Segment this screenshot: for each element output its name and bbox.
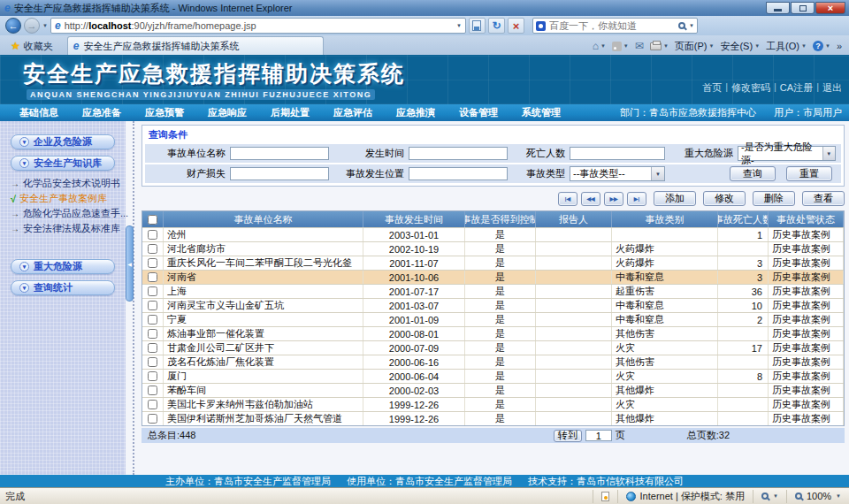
back-button[interactable]: ← xyxy=(5,18,21,34)
table-row[interactable]: 厦门2000-06-04是火灾8历史事故案例 xyxy=(142,369,844,383)
history-dropdown-icon[interactable]: ▼ xyxy=(42,23,48,28)
sidebar-item-chemical-msds[interactable]: → 化学品安全技术说明书 xyxy=(11,176,126,191)
tools-menu[interactable]: 工具(O)▼ xyxy=(766,40,807,53)
row-checkbox[interactable] xyxy=(148,414,157,424)
row-checkbox[interactable] xyxy=(148,400,157,409)
search-input[interactable] xyxy=(549,20,675,31)
feeds-button[interactable]: ▼ xyxy=(612,42,629,51)
sidebar-group-enterprise-hazard[interactable]: ▾ 企业及危险源 xyxy=(11,134,115,149)
row-checkbox[interactable] xyxy=(148,329,157,339)
maximize-button[interactable] xyxy=(791,2,815,14)
modify-button[interactable]: 修改 xyxy=(703,191,746,206)
table-row[interactable]: 沧州2003-01-01是1历史事故案例 xyxy=(142,227,844,241)
table-row[interactable]: 炼油事业部一催化装置2000-08-01是其他伤害历史事故案例 xyxy=(142,326,844,340)
row-checkbox[interactable] xyxy=(148,343,157,353)
safety-menu[interactable]: 安全(S)▼ xyxy=(720,40,760,53)
table-row[interactable]: 河北省廊坊市2002-10-19是火药爆炸历史事故案例 xyxy=(142,241,844,256)
nav-item-basic-info[interactable]: 基础信息 xyxy=(19,106,58,119)
reset-button[interactable]: 重置 xyxy=(786,166,832,181)
row-checkbox[interactable] xyxy=(148,258,157,268)
location-input[interactable] xyxy=(409,167,508,180)
accident-type-select[interactable]: --事故类型-- ▼ xyxy=(570,166,665,181)
nav-item-early-warning[interactable]: 应急预警 xyxy=(145,106,184,119)
close-button[interactable]: × xyxy=(815,2,845,14)
property-loss-input[interactable] xyxy=(230,167,329,180)
minimize-button[interactable] xyxy=(766,2,790,14)
sidebar-group-knowledge-base[interactable]: ▾ 安全生产知识库 xyxy=(11,156,115,171)
refresh-button[interactable]: ↻ xyxy=(488,18,505,34)
compatibility-segment[interactable]: ▼ xyxy=(753,490,786,503)
sidebar-item-emergency-quickref[interactable]: → 危险化学品应急速查手... xyxy=(11,206,126,221)
table-row[interactable]: 甘肃金川公司二矿区井下2000-07-09是火灾17历史事故案例 xyxy=(142,340,844,355)
table-row[interactable]: 重庆长风化一车间二苯甲酮工段二号光化釜2001-11-07是火药爆炸3历史事故案… xyxy=(142,256,844,270)
zoom-segment[interactable]: 100% ▼ xyxy=(786,490,849,503)
table-cell: 中毒和窒息 xyxy=(612,313,718,326)
table-row[interactable]: 美国伊利诺斯州芝加哥炼油厂天然气管道1999-12-26是其他爆炸历史事故案例 xyxy=(142,411,844,425)
sidebar-group-query-statistics[interactable]: ▾ 查询统计 xyxy=(11,280,115,295)
row-checkbox[interactable] xyxy=(148,272,157,282)
overflow-chevron-icon[interactable]: » xyxy=(837,41,842,51)
search-icon[interactable] xyxy=(678,22,685,29)
forward-button[interactable]: → xyxy=(24,18,40,34)
delete-button[interactable]: 删除 xyxy=(753,191,795,206)
major-hazard-select[interactable]: -是否为重大危险源- ▼ xyxy=(738,146,836,161)
occur-time-input[interactable] xyxy=(409,147,508,160)
help-menu[interactable]: ?▼ xyxy=(813,41,830,51)
deaths-input[interactable] xyxy=(570,147,665,160)
nav-item-post-disposal[interactable]: 后期处置 xyxy=(271,106,310,119)
table-row[interactable]: 河南灵宝市义寺山金矿五坑2001-03-07是中毒和窒息10历史事故案例 xyxy=(142,298,844,312)
sidebar-item-laws-standards[interactable]: → 安全法律法规及标准库 xyxy=(11,221,126,236)
url-field[interactable]: e http://localhost:90/yjzh/frame/homepag… xyxy=(50,18,466,34)
table-row[interactable]: 宁夏2001-01-09是中毒和窒息2历史事故案例 xyxy=(142,312,844,326)
table-row[interactable]: 美国北卡罗来纳州韦兹伯勒加油站1999-12-26是火灾历史事故案例 xyxy=(142,397,844,411)
prev-page-button[interactable]: ◀◀ xyxy=(581,192,600,206)
nav-item-response[interactable]: 应急响应 xyxy=(208,106,247,119)
nav-item-system[interactable]: 系统管理 xyxy=(522,106,561,119)
link-change-password[interactable]: 修改密码 xyxy=(731,81,770,95)
first-page-button[interactable]: |◀ xyxy=(558,192,577,206)
top-links: 首页 | 修改密码 | CA注册 | 退出 xyxy=(702,81,842,95)
view-button[interactable]: 查看 xyxy=(802,191,845,206)
link-logout[interactable]: 退出 xyxy=(822,81,842,95)
row-checkbox[interactable] xyxy=(148,357,157,367)
nav-item-drill[interactable]: 应急推演 xyxy=(396,106,435,119)
table-row[interactable]: 苯酚车间2000-02-03是其他爆炸历史事故案例 xyxy=(142,383,844,397)
sidebar-group-major-hazard[interactable]: ▾ 重大危险源 xyxy=(11,259,115,274)
url-dropdown-icon[interactable]: ▼ xyxy=(456,23,462,28)
row-checkbox[interactable] xyxy=(148,371,157,381)
next-page-button[interactable]: ▶▶ xyxy=(604,192,623,206)
row-checkbox[interactable] xyxy=(148,386,157,395)
select-all-checkbox[interactable] xyxy=(148,215,157,225)
row-checkbox[interactable] xyxy=(148,301,157,310)
table-row[interactable]: 茂名石化炼油厂焦化装置2000-06-16是其他伤害历史事故案例 xyxy=(142,355,844,369)
row-checkbox[interactable] xyxy=(148,315,157,325)
row-checkbox[interactable] xyxy=(148,286,157,296)
nav-item-preparedness[interactable]: 应急准备 xyxy=(82,106,121,119)
compatibility-view-button[interactable] xyxy=(469,18,486,34)
nav-item-evaluation[interactable]: 应急评估 xyxy=(333,106,372,119)
favorites-button[interactable]: ★ 收藏夹 xyxy=(4,37,60,55)
browser-tab[interactable]: e 安全生产应急救援指挥辅助决策系统 xyxy=(67,36,324,55)
search-dropdown-icon[interactable]: ▼ xyxy=(689,23,694,28)
goto-page-button[interactable]: 转到 xyxy=(554,430,582,442)
search-button[interactable]: 查询 xyxy=(730,166,776,181)
print-button[interactable]: ▼ xyxy=(650,42,669,50)
sidebar-collapse-handle[interactable]: ◀ xyxy=(126,225,134,302)
search-box[interactable]: ▼ xyxy=(532,18,698,34)
last-page-button[interactable]: ▶| xyxy=(627,192,646,206)
row-checkbox[interactable] xyxy=(148,230,157,240)
home-button[interactable]: ⌂▼ xyxy=(593,40,606,52)
table-row[interactable]: 河南省2001-10-06是中毒和窒息3历史事故案例 xyxy=(142,270,844,284)
unit-name-input[interactable] xyxy=(230,147,329,160)
stop-button[interactable]: × xyxy=(508,18,524,34)
nav-item-equipment[interactable]: 设备管理 xyxy=(459,106,498,119)
link-ca-register[interactable]: CA注册 xyxy=(780,81,813,95)
table-row[interactable]: 上海2001-07-17是起重伤害36历史事故案例 xyxy=(142,284,844,298)
link-home[interactable]: 首页 xyxy=(702,81,722,95)
mail-button[interactable]: ✉ xyxy=(635,40,644,52)
row-checkbox[interactable] xyxy=(148,244,157,254)
page-menu[interactable]: 页面(P)▼ xyxy=(675,40,715,53)
add-button[interactable]: 添加 xyxy=(654,191,696,206)
sidebar-item-accident-cases[interactable]: √ 安全生产事故案例库 xyxy=(11,191,126,206)
page-number-input[interactable] xyxy=(585,430,612,441)
